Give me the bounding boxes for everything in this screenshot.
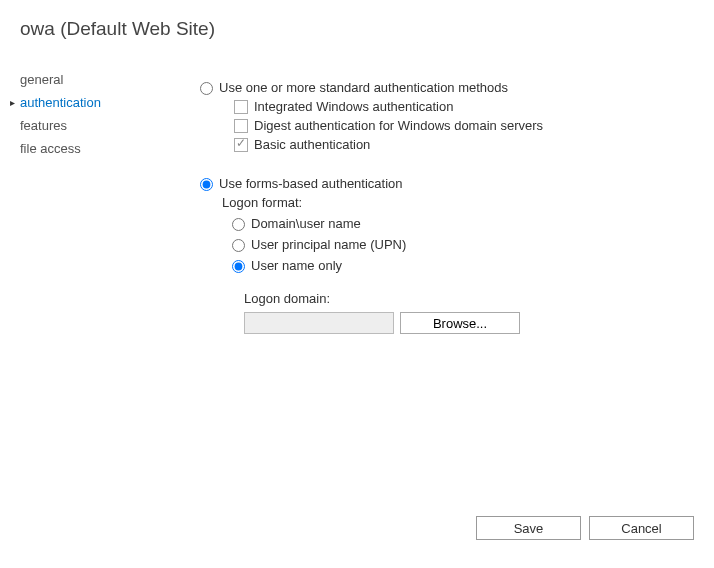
logon-useronly-label: User name only	[251, 258, 342, 273]
standard-auth-radio[interactable]	[200, 82, 213, 95]
integrated-auth-label: Integrated Windows authentication	[254, 99, 453, 114]
browse-button[interactable]: Browse...	[400, 312, 520, 334]
logon-useronly-option[interactable]: User name only	[222, 258, 694, 273]
sidebar-item-label: features	[20, 118, 67, 133]
forms-auth-radio[interactable]	[200, 178, 213, 191]
sidebar-item-general[interactable]: general	[20, 68, 160, 91]
basic-auth-option[interactable]: Basic authentication	[222, 137, 694, 152]
sidebar-item-authentication[interactable]: ▸ authentication	[20, 91, 160, 114]
forms-auth-label: Use forms-based authentication	[219, 176, 403, 191]
standard-auth-option[interactable]: Use one or more standard authentication …	[200, 80, 694, 95]
forms-auth-option[interactable]: Use forms-based authentication	[200, 176, 694, 191]
logon-domain-input[interactable]	[244, 312, 394, 334]
logon-upn-option[interactable]: User principal name (UPN)	[222, 237, 694, 252]
logon-useronly-radio[interactable]	[232, 260, 245, 273]
logon-domainuser-option[interactable]: Domain\user name	[222, 216, 694, 231]
sidebar-item-label: general	[20, 72, 63, 87]
caret-icon: ▸	[10, 97, 15, 108]
logon-domain-label: Logon domain:	[244, 291, 694, 306]
cancel-button[interactable]: Cancel	[589, 516, 694, 540]
logon-domainuser-radio[interactable]	[232, 218, 245, 231]
main-panel: Use one or more standard authentication …	[200, 68, 694, 334]
basic-auth-label: Basic authentication	[254, 137, 370, 152]
page-title: owa (Default Web Site)	[20, 18, 694, 40]
digest-auth-option[interactable]: Digest authentication for Windows domain…	[222, 118, 694, 133]
logon-upn-label: User principal name (UPN)	[251, 237, 406, 252]
logon-domainuser-label: Domain\user name	[251, 216, 361, 231]
integrated-auth-option[interactable]: Integrated Windows authentication	[222, 99, 694, 114]
save-button[interactable]: Save	[476, 516, 581, 540]
digest-auth-label: Digest authentication for Windows domain…	[254, 118, 543, 133]
checkbox-icon[interactable]	[234, 119, 248, 133]
sidebar: general ▸ authentication features file a…	[20, 68, 160, 334]
standard-auth-label: Use one or more standard authentication …	[219, 80, 508, 95]
sidebar-item-file-access[interactable]: file access	[20, 137, 160, 160]
sidebar-item-label: file access	[20, 141, 81, 156]
sidebar-item-label: authentication	[20, 95, 101, 110]
sidebar-item-features[interactable]: features	[20, 114, 160, 137]
checkbox-icon[interactable]	[234, 100, 248, 114]
logon-upn-radio[interactable]	[232, 239, 245, 252]
checkbox-icon[interactable]	[234, 138, 248, 152]
logon-format-label: Logon format:	[222, 195, 694, 210]
